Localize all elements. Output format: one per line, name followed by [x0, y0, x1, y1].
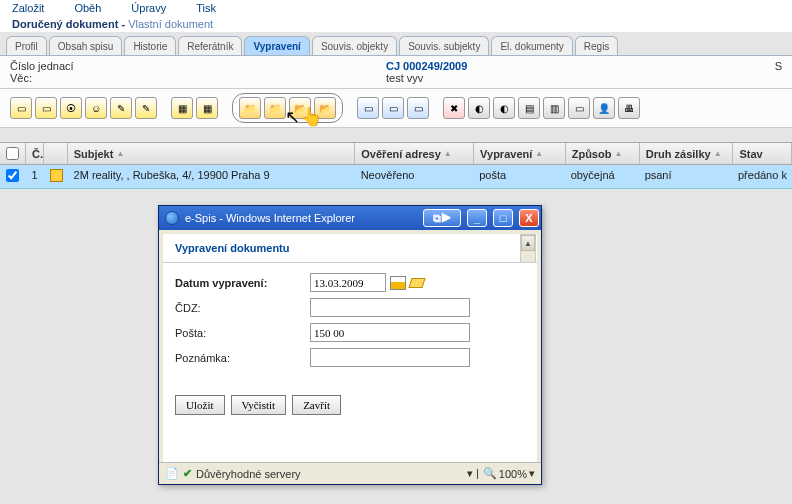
- window-minimize-icon[interactable]: _: [467, 209, 487, 227]
- tool-icon-g3[interactable]: ▤: [518, 97, 540, 119]
- dialog-statusbar: 📄 ✔ Důvěryhodné servery ▾ | 🔍100% ▾: [159, 462, 541, 484]
- col-subjekt[interactable]: Subjekt▲: [68, 143, 356, 164]
- tool-icon-6[interactable]: ✎: [135, 97, 157, 119]
- vec-value: test vyv: [386, 72, 762, 84]
- col-stav[interactable]: Stav: [733, 143, 792, 164]
- tool-icon-3[interactable]: ⦿: [60, 97, 82, 119]
- tool-icon-2[interactable]: ▭: [35, 97, 57, 119]
- input-poznamka[interactable]: [310, 348, 470, 367]
- menu-zalozit[interactable]: Založit: [12, 2, 44, 14]
- label-poznamka: Poznámka:: [175, 352, 310, 364]
- window-link-icon[interactable]: ⧉⯈: [423, 209, 461, 227]
- save-button[interactable]: Uložit: [175, 395, 225, 415]
- tool-icon-1[interactable]: ▭: [10, 97, 32, 119]
- tool-icon-b1[interactable]: ▭: [357, 97, 379, 119]
- status-sep: ▾ |: [467, 467, 479, 480]
- folder-icon-3[interactable]: 📂: [289, 97, 311, 119]
- tab-profil[interactable]: Profil: [6, 36, 47, 55]
- tool-icon-7[interactable]: ▦: [171, 97, 193, 119]
- clear-button[interactable]: Vyčistit: [231, 395, 287, 415]
- status-text: Důvěryhodné servery: [196, 468, 301, 480]
- tab-historie[interactable]: Historie: [124, 36, 176, 55]
- label-datum: Datum vypravení:: [175, 277, 310, 289]
- row-type-icon: [50, 169, 63, 182]
- dialog-heading: Vypravení dokumentu: [163, 234, 537, 262]
- col-icon: [44, 143, 68, 164]
- dialog-window: e-Spis - Windows Internet Explorer ⧉⯈ _ …: [158, 205, 542, 485]
- tool-icon-g4[interactable]: ▥: [543, 97, 565, 119]
- tab-souvis-subjekty[interactable]: Souvis. subjekty: [399, 36, 489, 55]
- col-num[interactable]: Č.: [26, 143, 44, 164]
- row-stav: předáno k: [732, 165, 792, 188]
- vec-label: Věc:: [10, 72, 386, 84]
- close-button[interactable]: Zavřít: [292, 395, 341, 415]
- tool-icon-4[interactable]: ☺: [85, 97, 107, 119]
- dialog-title: e-Spis - Windows Internet Explorer: [185, 212, 355, 224]
- input-cdz[interactable]: [310, 298, 470, 317]
- title-sub: Vlastní dokument: [128, 18, 213, 30]
- toolbar: ▭ ▭ ⦿ ☺ ✎ ✎ ▦ ▦ 📁 📁 📂 📂 ▭ ▭ ▭ ✖ ◐ ◐ ▤ ▥ …: [0, 89, 792, 128]
- menu-tisk[interactable]: Tisk: [196, 2, 216, 14]
- label-cdz: ČDZ:: [175, 302, 310, 314]
- label-posta: Pošta:: [175, 327, 310, 339]
- tab-vypraveni[interactable]: Vypravení: [244, 36, 309, 55]
- table-row[interactable]: 1 2M reality, , Rubeška, 4/, 19900 Praha…: [0, 165, 792, 189]
- col-check[interactable]: [0, 143, 26, 164]
- tool-icon-b3[interactable]: ▭: [407, 97, 429, 119]
- col-overeni[interactable]: Ověření adresy▲: [355, 143, 474, 164]
- tool-icon-g7[interactable]: 🖶: [618, 97, 640, 119]
- zoom-control[interactable]: 🔍100% ▾: [483, 467, 535, 480]
- tab-obsah-spisu[interactable]: Obsah spisu: [49, 36, 123, 55]
- window-maximize-icon[interactable]: □: [493, 209, 513, 227]
- tool-icon-8[interactable]: ▦: [196, 97, 218, 119]
- page-title: Doručený dokument - Vlastní dokument: [0, 16, 792, 32]
- tool-icon-5[interactable]: ✎: [110, 97, 132, 119]
- info-bar: Číslo jednací Věc: CJ 000249/2009 test v…: [0, 56, 792, 89]
- folder-icon-2[interactable]: 📁: [264, 97, 286, 119]
- input-datum[interactable]: [310, 273, 386, 292]
- folder-icon-1[interactable]: 📁: [239, 97, 261, 119]
- main-menu: Založit Oběh Úpravy Tisk: [0, 0, 792, 16]
- col-zpusob[interactable]: Způsob▲: [566, 143, 640, 164]
- tab-el-dokumenty[interactable]: El. dokumenty: [491, 36, 572, 55]
- tab-referatnik[interactable]: Referátník: [178, 36, 242, 55]
- scroll-up-icon[interactable]: ▲: [521, 235, 535, 251]
- eraser-icon[interactable]: [408, 278, 425, 288]
- tool-icon-g6[interactable]: 👤: [593, 97, 615, 119]
- s-label: S: [762, 60, 782, 72]
- tab-bar: Profil Obsah spisu Historie Referátník V…: [0, 36, 792, 56]
- menu-obeh[interactable]: Oběh: [74, 2, 101, 14]
- page-icon: 📄: [165, 467, 179, 480]
- window-close-icon[interactable]: X: [519, 209, 539, 227]
- title-main: Doručený dokument: [12, 18, 118, 30]
- dialog-titlebar[interactable]: e-Spis - Windows Internet Explorer ⧉⯈ _ …: [159, 206, 541, 230]
- tab-regis[interactable]: Regis: [575, 36, 619, 55]
- cj-value: CJ 000249/2009: [386, 60, 762, 72]
- tool-icon-g2[interactable]: ◐: [493, 97, 515, 119]
- trusted-icon: ✔: [183, 467, 192, 480]
- tool-icon-b2[interactable]: ▭: [382, 97, 404, 119]
- row-zpusob: obyčejná: [565, 165, 639, 188]
- row-overeni: Neověřeno: [355, 165, 474, 188]
- input-posta[interactable]: [310, 323, 470, 342]
- folder-icon-4[interactable]: 📂: [314, 97, 336, 119]
- row-vypraveni: pošta: [473, 165, 564, 188]
- row-druh: psaní: [639, 165, 732, 188]
- tab-souvis-objekty[interactable]: Souvis. objekty: [312, 36, 397, 55]
- row-subjekt: 2M reality, , Rubeška, 4/, 19900 Praha 9: [68, 165, 355, 188]
- row-check[interactable]: [6, 169, 19, 182]
- tool-icon-g1[interactable]: ◐: [468, 97, 490, 119]
- col-druh[interactable]: Druh zásilky▲: [640, 143, 734, 164]
- tool-icon-g5[interactable]: ▭: [568, 97, 590, 119]
- row-num: 1: [26, 165, 44, 188]
- menu-upravy[interactable]: Úpravy: [131, 2, 166, 14]
- dialog-body: Datum vypravení: ČDZ: Pošta: Poznámka: U…: [163, 262, 537, 462]
- tool-group-folder: 📁 📁 📂 📂: [232, 93, 343, 123]
- cj-label: Číslo jednací: [10, 60, 386, 72]
- col-vypraveni[interactable]: Vypravení▲: [474, 143, 566, 164]
- ie-icon: [165, 211, 179, 225]
- grid-header: Č. Subjekt▲ Ověření adresy▲ Vypravení▲ Z…: [0, 142, 792, 165]
- data-grid: Č. Subjekt▲ Ověření adresy▲ Vypravení▲ Z…: [0, 142, 792, 189]
- calendar-icon[interactable]: [390, 276, 406, 290]
- tool-icon-x[interactable]: ✖: [443, 97, 465, 119]
